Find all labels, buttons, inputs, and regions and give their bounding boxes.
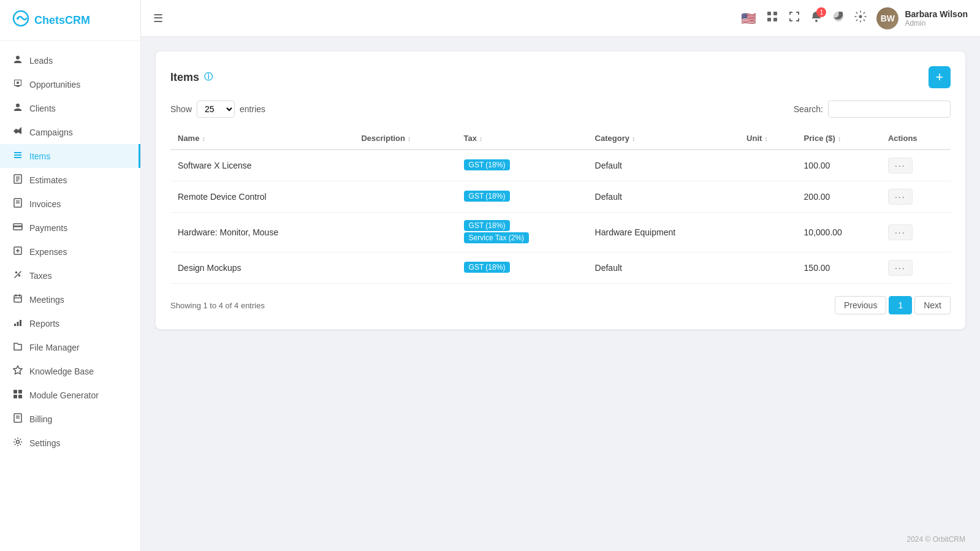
sidebar-item-estimates[interactable]: Estimates	[0, 168, 140, 192]
show-label: Show	[170, 104, 192, 114]
th-name[interactable]: Name↕	[170, 127, 354, 150]
header-row: Name↕Description↕Tax↕Category↕Unit↕Price…	[170, 127, 951, 150]
th-price[interactable]: Price ($)↕	[797, 127, 881, 150]
sidebar-item-file-manager[interactable]: File Manager	[0, 335, 140, 359]
footer: 2024 © OrbitCRM	[141, 528, 980, 551]
sort-icon-name[interactable]: ↕	[202, 135, 205, 142]
sort-icon-tax[interactable]: ↕	[479, 135, 483, 142]
sidebar-item-label: Opportunities	[29, 80, 80, 89]
sidebar-item-items[interactable]: Items	[0, 144, 140, 168]
sidebar-item-opportunities[interactable]: Opportunities	[0, 72, 140, 96]
sidebar-item-expenses[interactable]: Expenses	[0, 240, 140, 264]
search-area: Search:	[794, 101, 951, 118]
action-menu-button[interactable]: ···	[888, 158, 913, 173]
cell-name: Software X License	[170, 150, 354, 181]
cell-name: Remote Device Control	[170, 181, 354, 213]
entries-select[interactable]: 102550100	[197, 101, 235, 118]
sidebar-item-payments[interactable]: Payments	[0, 216, 140, 240]
fullscreen-icon[interactable]	[788, 10, 800, 26]
th-description[interactable]: Description↕	[354, 127, 456, 150]
cell-tax: GST (18%)	[457, 253, 588, 284]
sidebar-item-label: Meetings	[29, 295, 64, 305]
action-menu-button[interactable]: ···	[888, 260, 913, 276]
language-flag[interactable]: 🇺🇸	[741, 11, 756, 26]
svg-point-36	[859, 15, 862, 18]
sort-icon-category[interactable]: ↕	[632, 135, 636, 142]
items-table: Name↕Description↕Tax↕Category↕Unit↕Price…	[170, 127, 951, 284]
menu-toggle[interactable]: ☰	[153, 12, 163, 25]
tax-badge: GST (18%)	[464, 220, 511, 231]
svg-rect-14	[13, 226, 22, 227]
th-tax[interactable]: Tax↕	[457, 127, 588, 150]
reports-icon	[12, 317, 23, 329]
dark-mode-icon[interactable]	[832, 10, 845, 26]
tax-badge: Service Tax (2%)	[464, 232, 529, 243]
sidebar-item-billing[interactable]: Billing	[0, 407, 140, 431]
payments-icon	[12, 222, 23, 234]
svg-rect-3	[14, 152, 21, 153]
next-button[interactable]: Next	[914, 296, 951, 314]
sidebar-item-label: Taxes	[29, 271, 52, 281]
cell-unit	[739, 181, 797, 213]
search-input[interactable]	[828, 101, 951, 118]
sidebar-item-label: Reports	[29, 319, 59, 329]
svg-rect-25	[13, 395, 17, 398]
logo-text: ChetsCRM	[34, 14, 90, 27]
action-menu-button[interactable]: ···	[888, 189, 913, 205]
th-actions: Actions	[881, 127, 951, 150]
card-header: Items ⓘ +	[170, 66, 951, 88]
sidebar-item-label: Billing	[29, 414, 52, 424]
previous-button[interactable]: Previous	[835, 296, 886, 314]
header-left: ☰	[153, 12, 163, 25]
header: ☰ 🇺🇸 1	[141, 0, 980, 37]
user-role: Admin	[905, 19, 968, 28]
sort-icon-description[interactable]: ↕	[408, 135, 411, 142]
sidebar-item-leads[interactable]: Leads	[0, 48, 140, 72]
th-category[interactable]: Category↕	[588, 127, 739, 150]
svg-point-35	[815, 20, 818, 22]
sidebar-item-label: Module Generator	[29, 390, 99, 400]
sidebar-item-taxes[interactable]: Taxes	[0, 264, 140, 287]
avatar-image: BW	[876, 7, 898, 29]
svg-point-1	[17, 17, 19, 20]
sidebar-item-clients[interactable]: Clients	[0, 96, 140, 120]
grid-icon[interactable]	[766, 10, 778, 26]
svg-rect-33	[767, 18, 771, 21]
table-row: Software X LicenseGST (18%)Default100.00…	[170, 150, 951, 181]
sidebar-item-module-generator[interactable]: Module Generator	[0, 383, 140, 407]
billing-icon	[12, 413, 23, 425]
svg-rect-21	[17, 322, 19, 326]
sidebar-nav: LeadsOpportunitiesClientsCampaignsItemsE…	[0, 41, 140, 551]
info-icon[interactable]: ⓘ	[204, 72, 213, 83]
opportunities-icon	[12, 78, 23, 90]
th-unit[interactable]: Unit↕	[739, 127, 797, 150]
expenses-icon	[12, 246, 23, 257]
header-right: 🇺🇸 1	[741, 7, 968, 29]
sidebar-item-campaigns[interactable]: Campaigns	[0, 120, 140, 144]
tax-badge: GST (18%)	[464, 191, 511, 202]
add-item-button[interactable]: +	[929, 66, 951, 88]
sidebar-item-settings[interactable]: Settings	[0, 431, 140, 455]
sidebar-item-reports[interactable]: Reports	[0, 311, 140, 335]
table-row: Hardware: Monitor, MouseGST (18%)Service…	[170, 213, 951, 253]
pagination-info: Showing 1 to 4 of 4 entries	[170, 301, 265, 310]
page-1-button[interactable]: 1	[889, 296, 912, 314]
settings-header-icon[interactable]	[854, 10, 867, 26]
search-label: Search:	[794, 104, 823, 114]
table-header: Name↕Description↕Tax↕Category↕Unit↕Price…	[170, 127, 951, 150]
notifications-icon[interactable]: 1	[810, 10, 822, 26]
sidebar-item-knowledge-base[interactable]: Knowledge Base	[0, 359, 140, 383]
user-profile[interactable]: BW Barbara Wilson Admin	[876, 7, 968, 29]
sidebar-item-label: Settings	[29, 438, 61, 448]
sort-icon-unit[interactable]: ↕	[764, 135, 768, 142]
cell-actions: ···	[881, 181, 951, 213]
sidebar-item-invoices[interactable]: Invoices	[0, 192, 140, 216]
logo[interactable]: ChetsCRM	[0, 0, 140, 41]
action-menu-button[interactable]: ···	[888, 224, 913, 240]
notification-badge: 1	[816, 7, 826, 17]
knowledge-base-icon	[12, 365, 23, 377]
cell-price: 10,000.00	[797, 213, 881, 253]
sort-icon-price[interactable]: ↕	[838, 135, 841, 142]
cell-price: 100.00	[797, 150, 881, 181]
sidebar-item-meetings[interactable]: Meetings	[0, 287, 140, 311]
